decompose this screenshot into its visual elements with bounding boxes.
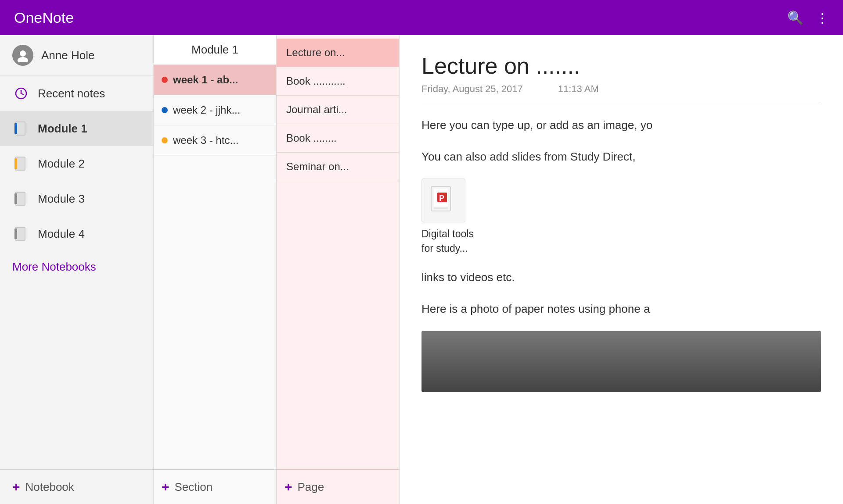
notebook-icon-module4 [12,225,30,243]
notebook-icon-module3 [12,190,30,207]
section-label-week1: week 1 - ab... [173,74,238,86]
page-add-plus-icon: + [285,479,292,494]
note-body[interactable]: Here you can type up, or add as an image… [422,115,821,504]
section-label-week3: week 3 - htc... [173,134,238,147]
sections-panel: Module 1 week 1 - ab... week 2 - jjhk...… [154,35,277,504]
attachment-label: Digital tools for study... [422,227,474,255]
add-plus-icon: + [12,479,20,494]
sidebar-item-module2[interactable]: Module 2 [0,146,153,181]
attachment-icon: P [422,179,465,222]
section-label-week2: week 2 - jjhk... [173,104,240,116]
sidebar-label-module3: Module 3 [38,192,85,206]
add-section-button[interactable]: + Section [154,469,276,504]
user-name: Anne Hole [41,49,94,62]
page-label-book1: Book ........... [286,75,346,87]
section-item-week2[interactable]: week 2 - jjhk... [154,95,276,125]
add-notebook-button[interactable]: + Notebook [0,469,153,504]
sections-list: week 1 - ab... week 2 - jjhk... week 3 -… [154,65,276,469]
note-paragraph-3: links to videos etc. [422,268,821,287]
pages-panel: Lecture on... Book ........... Journal a… [277,35,400,504]
page-label-seminar: Seminar on... [286,161,349,172]
page-item-seminar[interactable]: Seminar on... [277,153,399,181]
note-time: 11:13 AM [558,83,599,95]
note-paragraph-1: Here you can type up, or add as an image… [422,115,821,135]
add-page-button[interactable]: + Page [277,469,399,504]
page-item-book1[interactable]: Book ........... [277,67,399,96]
page-label-book2: Book ........ [286,132,337,144]
sidebar-label-module1: Module 1 [38,122,87,136]
page-item-journal[interactable]: Journal arti... [277,96,399,124]
top-bar: OneNote 🔍 ⋮ [0,0,843,35]
section-color-week3 [162,137,168,143]
recent-notes-label: Recent notes [38,87,105,100]
topbar-actions: 🔍 ⋮ [787,10,829,25]
user-profile[interactable]: Anne Hole [0,35,153,76]
note-meta: Friday, August 25, 2017 11:13 AM [422,83,821,102]
svg-point-0 [20,50,26,57]
svg-point-1 [18,57,28,62]
sidebar-item-recent-notes[interactable]: Recent notes [0,76,153,111]
page-item-book2[interactable]: Book ........ [277,124,399,153]
svg-rect-10 [14,229,17,239]
note-date: Friday, August 25, 2017 [422,83,523,95]
add-page-label: Page [298,480,324,494]
page-label-journal: Journal arti... [286,104,347,115]
section-color-week1 [162,77,168,83]
page-item-lecture[interactable]: Lecture on... [277,39,399,67]
more-notebooks-link[interactable]: More Notebooks [0,251,153,282]
avatar [12,45,33,66]
main-content: Anne Hole Recent notes [0,35,843,504]
notebook-icon-module2 [12,155,30,172]
search-icon[interactable]: 🔍 [787,10,803,25]
add-section-label: Section [175,480,213,494]
add-notebook-label: Notebook [25,480,74,494]
note-area: Lecture on ....... Friday, August 25, 20… [400,35,843,504]
svg-rect-8 [14,193,17,204]
more-menu-icon[interactable]: ⋮ [816,10,829,25]
page-label-lecture: Lecture on... [286,46,345,58]
sidebar-content: Anne Hole Recent notes [0,35,153,469]
sidebar-label-module2: Module 2 [38,157,85,171]
app-title: OneNote [14,9,74,26]
svg-rect-4 [14,123,17,134]
sidebar-label-module4: Module 4 [38,227,85,241]
sections-header: Module 1 [154,35,276,65]
pages-list: Lecture on... Book ........... Journal a… [277,35,399,469]
note-attachment[interactable]: P Digital tools for study... [422,179,821,255]
svg-rect-6 [14,158,17,169]
notebook-icon-module1 [12,120,30,137]
svg-text:P: P [439,194,444,203]
clock-icon [12,85,30,102]
sidebar: Anne Hole Recent notes [0,35,154,504]
sidebar-item-module1[interactable]: Module 1 [0,111,153,146]
note-paragraph-4: Here is a photo of paper notes using pho… [422,299,821,318]
note-title: Lecture on ....... [422,53,821,79]
sidebar-item-module3[interactable]: Module 3 [0,181,153,216]
section-item-week3[interactable]: week 3 - htc... [154,125,276,156]
section-add-plus-icon: + [162,479,169,494]
svg-rect-15 [434,207,448,209]
section-item-week1[interactable]: week 1 - ab... [154,65,276,95]
section-color-week2 [162,107,168,113]
note-photo [422,331,821,392]
sidebar-item-module4[interactable]: Module 4 [0,216,153,251]
note-paragraph-2: You can also add slides from Study Direc… [422,147,821,166]
